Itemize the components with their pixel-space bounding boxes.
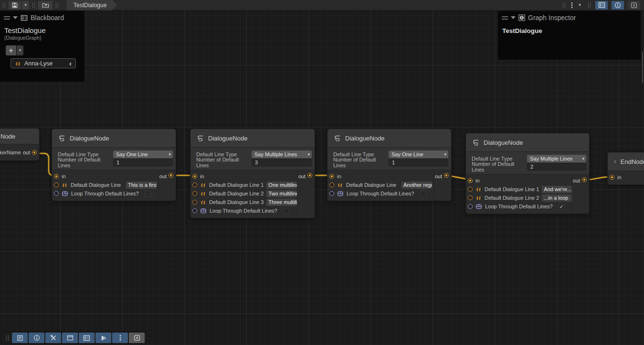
toggle-inspector-button[interactable] [612, 1, 624, 10]
out-port[interactable] [444, 173, 449, 178]
toggle-inspector-button[interactable] [29, 333, 44, 343]
collapse-triangle-icon[interactable] [511, 16, 516, 19]
default-dialogue-line-3-port[interactable] [192, 200, 197, 205]
toolbar-drag-handle[interactable] [588, 2, 591, 8]
toolbar-drag-handle[interactable] [3, 2, 5, 8]
in-port-label: in [337, 173, 341, 179]
in-port[interactable] [610, 175, 614, 180]
loop-through-default-lines-checkbox[interactable] [283, 208, 289, 214]
node-header[interactable]: Node [0, 129, 39, 144]
default-dialogue-line-port[interactable] [329, 183, 334, 187]
dialogue-node[interactable]: DialogueNodeDefault Line TypeSay Multipl… [190, 129, 315, 218]
save-dropdown-button[interactable]: ▾ [22, 1, 29, 10]
number-of-default-lines-input[interactable]: 1 [113, 159, 173, 166]
toggle-console-button[interactable] [12, 333, 28, 343]
chevron-down-icon: ▾ [169, 152, 171, 157]
save-button[interactable] [9, 1, 21, 10]
default-dialogue-line-2-port[interactable] [468, 195, 473, 200]
overflow-menu-button[interactable] [112, 333, 128, 343]
toggle-blackboard-button[interactable] [79, 333, 95, 343]
in-port[interactable] [192, 174, 197, 179]
default-dialogue-line-3-input[interactable]: Three multili [266, 199, 297, 206]
out-port[interactable] [169, 173, 173, 178]
toggle-blackboard-button[interactable] [595, 1, 608, 10]
default-line-type-dropdown[interactable]: Say Multiple Lines▾ [527, 155, 586, 162]
default-dialogue-line-2-input[interactable]: Two multiline [266, 190, 297, 197]
in-port[interactable] [329, 174, 334, 179]
toolbar-drag-handle[interactable] [32, 2, 35, 8]
node-header[interactable]: DialogueNode [52, 129, 176, 148]
default-dialogue-line-input[interactable]: Another regu [401, 182, 432, 189]
node-flow-icon [58, 134, 66, 142]
blackboard-property[interactable]: Anna-Lyse ‹ [11, 58, 76, 68]
loop-through-default-lines-checkbox[interactable] [420, 191, 426, 197]
quote-icon [200, 191, 206, 196]
overflow-caret-button[interactable]: ▾ [576, 1, 583, 10]
out-port[interactable] [307, 173, 312, 178]
port-label: Loop Through Default Lines? [210, 208, 277, 214]
loop-through-default-lines-port[interactable] [468, 204, 473, 209]
toolbar-drag-handle[interactable] [563, 2, 565, 8]
toggle-window-button[interactable] [62, 333, 78, 343]
node-header[interactable]: EndNode [608, 152, 644, 171]
quote-icon [475, 186, 482, 192]
graph-tab[interactable]: TestDialogue [67, 0, 117, 11]
default-dialogue-line-port[interactable] [54, 183, 59, 187]
overflow-menu-button[interactable] [569, 1, 575, 10]
in-port[interactable] [468, 178, 473, 183]
loop-through-default-lines-checkbox[interactable] [145, 191, 151, 197]
graph-tab-label: TestDialogue [74, 2, 106, 9]
loop-through-default-lines-port[interactable] [192, 208, 197, 213]
port-label: Default Dialogue Line 3 [209, 199, 264, 205]
field-label: Number of Default Lines [196, 157, 252, 168]
default-dialogue-line-1-input[interactable]: And we're... [542, 186, 572, 193]
dialogue-node[interactable]: DialogueNodeDefault Line TypeSay Multipl… [465, 133, 590, 214]
node-header[interactable]: DialogueNode [466, 133, 589, 152]
loop-through-default-lines-port[interactable] [329, 191, 334, 196]
dialogue-node[interactable]: DialogueNodeDefault Line TypeSay One Lin… [52, 129, 176, 201]
default-dialogue-line-1-port[interactable] [192, 183, 197, 187]
number-of-default-lines-input[interactable]: 1 [389, 159, 448, 166]
toggle-tools-button[interactable] [45, 333, 61, 343]
out-port-label: out [23, 149, 30, 156]
scrollbar[interactable] [642, 52, 643, 83]
default-dialogue-line-2-port[interactable] [192, 191, 197, 196]
number-of-default-lines-input[interactable]: 3 [252, 159, 312, 166]
number-of-default-lines-input[interactable]: 2 [527, 163, 586, 171]
end-node[interactable]: EndNodein [607, 152, 644, 185]
toggle-transitions-button[interactable] [95, 333, 111, 343]
loop-icon [200, 208, 207, 214]
toolbar-drag-handle[interactable] [56, 2, 58, 8]
blackboard-icon [83, 335, 90, 341]
in-port[interactable] [54, 174, 59, 179]
default-line-type-dropdown[interactable]: Say One Line▾ [389, 151, 448, 158]
node-fields: Default Line TypeSay One Line▾Number of … [52, 148, 176, 170]
chevron-left-icon[interactable]: ‹ [69, 60, 72, 67]
node-flow-icon [613, 158, 617, 166]
spark-button[interactable] [129, 333, 145, 343]
collapse-triangle-icon[interactable] [13, 16, 18, 19]
spark-button[interactable] [628, 1, 640, 10]
out-port[interactable] [582, 177, 587, 182]
toolbar-drag-handle[interactable] [6, 335, 9, 341]
default-dialogue-line-2-input[interactable]: ...in a loop [542, 194, 572, 202]
default-dialogue-line-input[interactable]: This is a first [126, 182, 157, 189]
node-header[interactable]: DialogueNode [327, 129, 451, 148]
info-icon [614, 2, 621, 9]
out-port[interactable] [32, 150, 37, 155]
default-dialogue-line-1-input[interactable]: One multiline [266, 182, 297, 189]
add-property-caret-button[interactable]: ▾ [17, 45, 23, 55]
panel-drag-handle[interactable] [502, 16, 508, 20]
node-header[interactable]: DialogueNode [190, 129, 315, 148]
partial-node[interactable]: Node kerName out [0, 128, 40, 161]
default-line-type-dropdown[interactable]: Say Multiple Lines▾ [252, 151, 312, 158]
panel-drag-handle[interactable] [4, 16, 10, 20]
port-label: Loop Through Default Lines? [485, 204, 553, 209]
dialogue-node[interactable]: DialogueNodeDefault Line TypeSay One Lin… [327, 129, 452, 201]
loop-through-default-lines-checkbox[interactable]: ✓ [559, 204, 565, 210]
loop-through-default-lines-port[interactable] [54, 191, 59, 196]
open-asset-button[interactable] [38, 1, 53, 10]
default-dialogue-line-1-port[interactable] [468, 187, 473, 192]
add-property-button[interactable]: + [6, 45, 16, 55]
default-line-type-dropdown[interactable]: Say One Line▾ [113, 151, 173, 158]
